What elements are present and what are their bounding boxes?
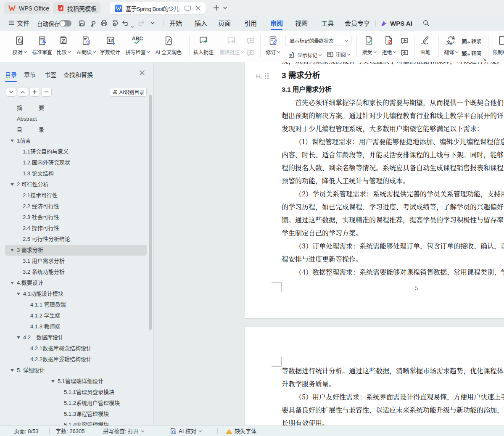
new-tab-button[interactable] xyxy=(213,5,219,11)
sidebar-tab-章节[interactable]: 章节 xyxy=(24,70,36,79)
save-button[interactable] xyxy=(78,20,85,27)
toc-item[interactable]: 摘 要 xyxy=(0,103,148,114)
toc-item[interactable]: 4.1.3 教师端 xyxy=(0,321,148,332)
toc-item[interactable]: 1.3.论文结构 xyxy=(0,168,148,179)
page-indicator[interactable]: 页面: 8/53 xyxy=(14,428,39,435)
toc-item[interactable]: 2 可行性分析 xyxy=(0,179,148,190)
ink-brush-button[interactable]: 画笔 xyxy=(420,35,431,55)
markup-state-dropdown[interactable]: 显示标记的最终状态 xyxy=(285,36,351,45)
autosave-toggle[interactable] xyxy=(59,20,71,26)
missing-font-warning[interactable]: 缺失字体 xyxy=(226,428,256,435)
collapse-triangle-icon[interactable] xyxy=(17,293,20,295)
document-page-5[interactable]: 统，从而为该系统的设计与实现提供了可靠的依据和保障，可以进行开发。 H₁ 3 需… xyxy=(245,62,504,319)
previous-change-button[interactable] xyxy=(400,37,409,45)
drag-handle-icon[interactable] xyxy=(265,73,270,79)
toc-item[interactable]: 3.1 用户需求分析 xyxy=(0,256,148,267)
toc-item[interactable]: 4.1功能设计模块 xyxy=(0,288,148,299)
file-menu[interactable]: 文件 xyxy=(17,19,29,28)
sidebar-scrollbar[interactable] xyxy=(149,95,152,330)
restrict-edit-button[interactable]: 限制编辑 xyxy=(493,35,504,55)
collapse-triangle-icon[interactable] xyxy=(11,140,14,142)
accept-button[interactable]: 接受 xyxy=(362,35,376,55)
app-tab-3[interactable]: 基于Spring Boot的少儿编程管理系统 xyxy=(110,2,206,14)
toc-item[interactable]: 1.2.国内外研究现状 xyxy=(0,157,148,168)
toc-item[interactable]: 3.2 系统功能分析 xyxy=(0,267,148,277)
toc-item[interactable]: 5.1管理端详细设计 xyxy=(0,376,148,387)
ai-proofread-indicator[interactable]: AI 校对 xyxy=(170,428,201,435)
spellcheck-indicator[interactable]: 拼写检查: 打开 xyxy=(103,428,144,435)
toc-item[interactable]: 1.1研究目的与意义 xyxy=(0,146,148,157)
toc-item[interactable]: 5.1.1管理员登录模块 xyxy=(0,387,148,398)
toc-item[interactable]: 2.2 经济可行性 xyxy=(0,201,148,212)
menu-tab-引用[interactable]: 引用 xyxy=(244,19,257,28)
collapse-triangle-icon[interactable] xyxy=(17,336,20,339)
proofread-button[interactable]: 校对 xyxy=(12,35,26,55)
menu-tab-工具[interactable]: 工具 xyxy=(321,19,334,28)
ai-recognize-toc-button[interactable]: AI识别目录 xyxy=(110,87,147,97)
sidebar-tab-目录[interactable]: 目录 xyxy=(5,70,17,79)
export-pdf-button[interactable] xyxy=(90,20,97,27)
menu-tab-会员专享[interactable]: 会员专享 xyxy=(345,19,370,28)
quick-access-more[interactable] xyxy=(150,21,155,25)
close-tab-icon[interactable] xyxy=(195,5,201,11)
app-tab-2[interactable]: 找稻壳模板 xyxy=(53,2,100,14)
undo-dropdown[interactable] xyxy=(129,23,133,29)
ribbon-expand-icon[interactable] xyxy=(483,58,486,61)
toc-item[interactable]: 2.4 操作可行性 xyxy=(0,223,148,234)
ai-read-button[interactable]: AI朗读 xyxy=(77,35,95,55)
sidebar-tab-查找和替换[interactable]: 查找和替换 xyxy=(63,70,93,79)
show-markup-button[interactable]: 显示标记 xyxy=(288,51,321,58)
spell-check-button[interactable]: ABC拼写检查 xyxy=(125,35,149,55)
toc-next-heading-button[interactable] xyxy=(6,87,16,97)
toc-previous-heading-button[interactable] xyxy=(18,87,28,97)
reject-button[interactable]: 拒绝 xyxy=(382,35,396,55)
translate-button[interactable]: 文A翻译 xyxy=(444,35,458,55)
toc-item[interactable]: 4.概要设计 xyxy=(0,277,148,288)
menu-tab-审阅[interactable]: 审阅 xyxy=(270,19,283,28)
toc-item[interactable]: 2.5 可行性分析结论 xyxy=(0,234,148,245)
compare-button[interactable]: 比较 xyxy=(56,35,70,55)
toc-item[interactable]: 4.1.1 管理员端 xyxy=(0,299,148,310)
word-count-indicator[interactable]: 字数: 26305 xyxy=(55,428,84,435)
collapse-triangle-icon[interactable] xyxy=(51,380,55,383)
sidebar-tab-书签[interactable]: 书签 xyxy=(45,70,56,79)
toc-item[interactable]: Abstract xyxy=(0,114,148,124)
toc-item[interactable]: 2.1技术可行性 xyxy=(0,190,148,201)
search-icon[interactable] xyxy=(422,19,430,26)
standard-review-button[interactable]: 标准审查 xyxy=(32,35,52,55)
simplified-to-traditional-button[interactable]: 简转繁 xyxy=(462,37,481,45)
toc-item[interactable]: 5.1.4内容管理模块 xyxy=(0,420,148,425)
toc-item[interactable]: 4.2.1数据库概念结构设计 xyxy=(0,343,148,354)
track-changes-button[interactable]: 修订 xyxy=(266,35,280,55)
next-change-button[interactable] xyxy=(400,49,409,57)
print-button[interactable] xyxy=(100,20,108,27)
toc-expand-button[interactable] xyxy=(29,87,40,97)
app-tab-1[interactable]: WPS Office xyxy=(4,2,50,14)
traditional-to-simplified-button[interactable]: 繁转简 xyxy=(462,49,481,57)
review-pane-button[interactable]: 审阅 xyxy=(327,51,350,58)
wps-ai-menu[interactable]: WPS AI xyxy=(390,19,412,28)
ai-polish-button[interactable]: AI 全文润色 xyxy=(156,35,182,55)
close-sidebar-icon[interactable] xyxy=(139,70,145,76)
collapse-triangle-icon[interactable] xyxy=(11,249,14,251)
collapse-triangle-icon[interactable] xyxy=(11,183,14,186)
toc-item[interactable]: 4.1.2 学生端 xyxy=(0,310,148,321)
toc-item[interactable]: 1前言 xyxy=(0,135,148,146)
toc-item[interactable]: 3 需求分析 xyxy=(0,245,148,256)
toc-collapse-button[interactable] xyxy=(41,87,52,97)
menu-tab-视图[interactable]: 视图 xyxy=(295,19,308,28)
toc-item[interactable]: 4.2.2数据库逻辑结构设计 xyxy=(0,354,148,365)
print-preview-button[interactable] xyxy=(111,20,119,27)
document-page-6[interactable]: 等数据进行统计分析。通过这些数据，清晰掌握市场需求趋势，优化课程体系升教学服务质… xyxy=(245,327,504,425)
toc-item[interactable]: 5.1.3课程管理模块 xyxy=(0,409,148,420)
menu-tab-页面[interactable]: 页面 xyxy=(218,19,231,28)
toc-item[interactable]: 4.2 数据库设计 xyxy=(0,332,148,343)
menu-tab-开始[interactable]: 开始 xyxy=(169,19,182,28)
undo-button[interactable] xyxy=(122,20,129,26)
menu-tab-插入[interactable]: 插入 xyxy=(195,19,207,28)
word-count-button[interactable]: 12字数统计 xyxy=(100,35,120,55)
insert-comment-button[interactable]: 插入批注 xyxy=(193,35,214,55)
tab-list-dropdown[interactable] xyxy=(223,6,227,10)
collapse-triangle-icon[interactable] xyxy=(11,282,14,284)
toc-item[interactable]: 5.1.2系统用户管理模块 xyxy=(0,398,148,409)
